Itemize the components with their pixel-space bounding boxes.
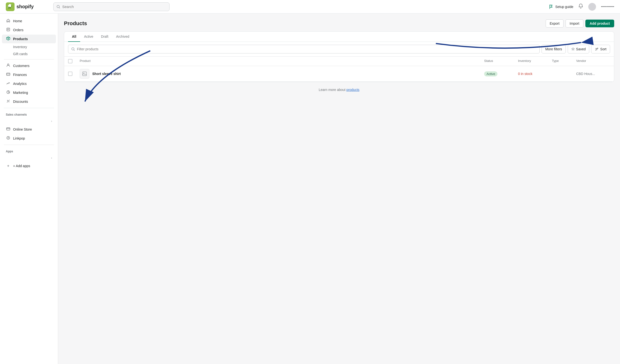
apps-label: Apps [0,147,58,154]
filter-input-wrap[interactable] [68,45,540,53]
orders-icon [6,28,11,32]
search-bar[interactable] [53,2,170,11]
sidebar-item-inventory[interactable]: Inventory [2,44,56,50]
column-inventory: Inventory [518,59,552,63]
notifications-button[interactable] [578,3,583,10]
sidebar-item-online-store[interactable]: Online Store [2,125,56,134]
layout: Home Orders Products Inventory Gift card… [0,14,620,364]
status-badge: Active [484,71,497,76]
more-filters-button[interactable]: More filters [542,45,566,53]
sidebar-label-home: Home [13,19,22,23]
add-product-button[interactable]: Add product [585,20,614,27]
image-placeholder-icon [82,71,87,76]
sidebar-divider-2 [4,108,54,108]
tab-archived[interactable]: Archived [112,32,133,42]
store-name: •••••••••••• [601,5,614,8]
sidebar-label-products: Products [13,37,28,41]
sidebar-item-add-apps[interactable]: + + Add apps [2,162,56,170]
svg-point-8 [7,100,8,101]
product-cell: Short sleeve shirt [80,69,484,79]
table-row[interactable]: Short sleeve shirt Active 0 in stock CBD… [64,66,614,82]
shopify-logo-icon [6,2,15,11]
sidebar-label-analytics: Analytics [13,82,27,86]
star-icon [571,47,575,51]
sales-channels-expand[interactable]: › [2,117,56,125]
sidebar-label-gift-cards: Gift cards [13,52,28,56]
svg-point-5 [8,64,9,65]
tab-draft[interactable]: Draft [97,32,112,42]
tab-all[interactable]: All [68,32,80,42]
sidebar-item-marketing[interactable]: Marketing [2,88,56,97]
avatar[interactable] [588,3,596,11]
svg-rect-10 [7,128,10,130]
tab-active[interactable]: Active [80,32,97,42]
saved-button[interactable]: Saved [568,45,589,53]
column-type: Type [552,59,576,63]
search-icon [56,5,60,9]
sidebar-label-linkpop: Linkpop [13,136,25,140]
sidebar-item-home[interactable]: Home [2,17,56,25]
sidebar-item-analytics[interactable]: Analytics [2,79,56,88]
select-all-checkbox[interactable] [68,59,72,63]
row-checkbox[interactable] [68,72,72,76]
apps-expand[interactable]: › [2,154,56,161]
filter-row: More filters Saved Sort [64,42,614,57]
column-product: Product [80,59,484,63]
page-header: Products Export Import Add product [64,19,614,28]
discounts-icon [6,99,11,104]
sort-icon [595,47,599,51]
saved-label: Saved [576,47,586,51]
online-store-icon [6,127,11,132]
svg-point-9 [9,102,9,102]
svg-rect-6 [7,73,10,75]
marketing-icon [6,90,11,95]
products-card: All Active Draft Archived [64,31,614,82]
filter-products-input[interactable] [77,47,537,51]
sidebar-item-orders[interactable]: Orders [2,26,56,34]
column-status: Status [484,59,518,63]
header-actions: Export Import Add product [546,19,614,28]
tabs: All Active Draft Archived [64,32,614,42]
svg-rect-16 [83,72,86,76]
setup-guide-button[interactable]: Setup guide [549,4,574,9]
sidebar-divider-3 [4,145,54,145]
status-cell: Active [484,71,518,76]
logo-area[interactable]: shopify [6,2,49,11]
sidebar-item-products[interactable]: Products [2,35,56,43]
export-button[interactable]: Export [546,19,564,28]
table-header: Product Status Inventory Type Vendor [64,57,614,66]
svg-point-1 [10,7,11,8]
customers-icon [6,63,11,68]
learn-more-text: Learn more about [319,88,346,92]
products-link[interactable]: products [346,88,359,92]
bell-icon [578,3,583,9]
sort-label: Sort [600,47,606,51]
sidebar-item-discounts[interactable]: Discounts [2,97,56,106]
sort-button[interactable]: Sort [591,45,610,53]
sidebar-label-inventory: Inventory [13,45,27,49]
finances-icon [6,72,11,77]
sidebar-label-orders: Orders [13,28,23,32]
svg-rect-4 [7,28,10,31]
sidebar-item-customers[interactable]: Customers [2,61,56,70]
setup-guide-label: Setup guide [555,5,574,9]
column-vendor: Vendor [576,59,610,63]
column-checkbox [68,59,80,63]
vendor-cell: CBD Hous... [576,72,610,76]
linkpop-icon [6,136,11,141]
search-input[interactable] [62,5,166,9]
svg-point-2 [8,7,9,8]
product-thumbnail [80,69,89,79]
import-button[interactable]: Import [566,19,583,28]
home-icon [6,19,11,23]
sidebar-item-finances[interactable]: Finances [2,70,56,79]
sales-channels-label: Sales channels [0,110,58,117]
sidebar-item-linkpop[interactable]: Linkpop [2,134,56,143]
flag-icon [549,4,554,9]
sidebar-item-gift-cards[interactable]: Gift cards [2,51,56,57]
main-content: Products Export Import Add product All A… [58,14,620,364]
apps-chevron-icon: › [51,156,52,160]
learn-more-section: Learn more about products [64,82,614,98]
sidebar-label-customers: Customers [13,64,30,68]
topbar: shopify Setup guide •••••••••••• [0,0,620,14]
